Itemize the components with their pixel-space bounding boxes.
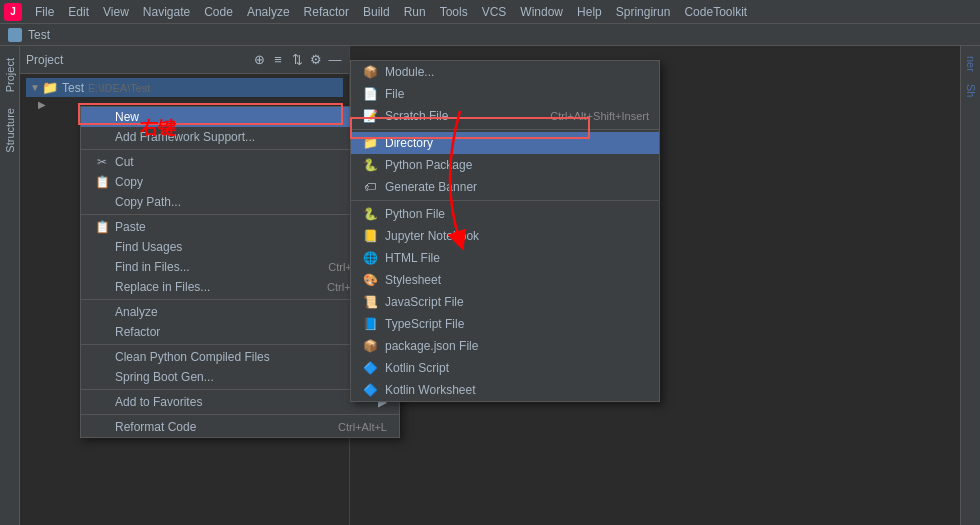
submenu-item-stylesheet[interactable]: 🎨 Stylesheet (351, 269, 659, 291)
submenu-icon-python-file: 🐍 (361, 206, 379, 222)
submenu-item-jupyter[interactable]: 📒 Jupyter Notebook (351, 225, 659, 247)
submenu-item-python-file[interactable]: 🐍 Python File (351, 203, 659, 225)
menu-view[interactable]: View (96, 3, 136, 21)
toolbar-icon-locate[interactable]: ⊕ (251, 52, 267, 68)
right-edge-label-ner: ner (963, 50, 979, 78)
menu-codetoolkit[interactable]: CodeToolkit (677, 3, 754, 21)
ctx-shortcut-reformat-code: Ctrl+Alt+L (338, 421, 387, 433)
menu-tools[interactable]: Tools (433, 3, 475, 21)
menu-navigate[interactable]: Navigate (136, 3, 197, 21)
submenu-icon-scratch-file: 📝 (361, 108, 379, 124)
submenu-icon-python-package: 🐍 (361, 157, 379, 173)
submenu-icon-js-file: 📜 (361, 294, 379, 310)
menu-help[interactable]: Help (570, 3, 609, 21)
submenu-item-ts-file[interactable]: 📘 TypeScript File (351, 313, 659, 335)
submenu-label-kotlin-script: Kotlin Script (385, 361, 449, 375)
ctx-label-paste: Paste (115, 220, 146, 234)
submenu-item-kotlin-worksheet[interactable]: 🔷 Kotlin Worksheet (351, 379, 659, 401)
menu-window[interactable]: Window (513, 3, 570, 21)
right-edge-label-sh: Sh (963, 78, 979, 103)
submenu-item-scratch-file[interactable]: 📝 Scratch File Ctrl+Alt+Shift+Insert (351, 105, 659, 127)
submenu-label-scratch-file: Scratch File (385, 109, 448, 123)
project-panel-header: Project ⊕ ≡ ⇅ ⚙ — (20, 46, 349, 74)
folder-icon-test: 📁 (42, 80, 58, 95)
submenu-item-html-file[interactable]: 🌐 HTML File (351, 247, 659, 269)
menu-springirun[interactable]: Springirun (609, 3, 678, 21)
submenu-icon-stylesheet: 🎨 (361, 272, 379, 288)
toolbar-icon-sort[interactable]: ⇅ (289, 52, 305, 68)
ctx-item-reformat-code[interactable]: Reformat Code Ctrl+Alt+L (81, 417, 399, 437)
tree-arrow-inner: ▶ (38, 99, 48, 110)
project-icon (8, 28, 22, 42)
submenu-item-kotlin-script[interactable]: 🔷 Kotlin Script (351, 357, 659, 379)
ctx-label-clean-python: Clean Python Compiled Files (115, 350, 270, 364)
submenu-label-kotlin-worksheet: Kotlin Worksheet (385, 383, 476, 397)
project-panel: Project ⊕ ≡ ⇅ ⚙ — ▼ 📁 Test E:\IDEA\Test … (20, 46, 350, 525)
submenu-label-module: Module... (385, 65, 434, 79)
content-area: 📦 Module... 📄 File 📝 Scratch File Ctrl+A… (350, 46, 980, 525)
ctx-separator-6 (81, 414, 399, 415)
toolbar-icon-expand[interactable]: ≡ (270, 52, 286, 68)
submenu-separator-1 (351, 129, 659, 130)
ctx-label-spring-boot: Spring Boot Gen... (115, 370, 214, 384)
submenu-icon-kotlin-worksheet: 🔷 (361, 382, 379, 398)
menu-build[interactable]: Build (356, 3, 397, 21)
ctx-label-refactor: Refactor (115, 325, 160, 339)
toolbar-icon-minimize[interactable]: — (327, 52, 343, 68)
menu-file[interactable]: File (28, 3, 61, 21)
menu-refactor[interactable]: Refactor (297, 3, 356, 21)
submenu-label-python-file: Python File (385, 207, 445, 221)
submenu-label-html-file: HTML File (385, 251, 440, 265)
ctx-label-reformat-code: Reformat Code (115, 420, 196, 434)
submenu-shortcut-scratch-file: Ctrl+Alt+Shift+Insert (550, 110, 649, 122)
main-layout: Project Structure Project ⊕ ≡ ⇅ ⚙ — ▼ 📁 … (0, 46, 980, 525)
submenu-item-js-file[interactable]: 📜 JavaScript File (351, 291, 659, 313)
side-tabs-left: Project Structure (0, 46, 20, 525)
menu-analyze[interactable]: Analyze (240, 3, 297, 21)
submenu-label-stylesheet: Stylesheet (385, 273, 441, 287)
ctx-icon-copy: 📋 (93, 175, 111, 189)
submenu-icon-html-file: 🌐 (361, 250, 379, 266)
ctx-label-cut: Cut (115, 155, 134, 169)
submenu-label-generate-banner: Generate Banner (385, 180, 477, 194)
ctx-label-find-in-files: Find in Files... (115, 260, 190, 274)
side-tab-project[interactable]: Project (1, 50, 19, 100)
submenu-label-ts-file: TypeScript File (385, 317, 464, 331)
submenu-item-file[interactable]: 📄 File (351, 83, 659, 105)
app-logo: J (4, 3, 22, 21)
tree-label-test: Test (62, 81, 84, 95)
ctx-icon-paste: 📋 (93, 220, 111, 234)
submenu-new: 📦 Module... 📄 File 📝 Scratch File Ctrl+A… (350, 60, 660, 402)
submenu-item-module[interactable]: 📦 Module... (351, 61, 659, 83)
submenu-label-package-json: package.json File (385, 339, 478, 353)
ctx-icon-cut: ✂ (93, 155, 111, 169)
submenu-separator-2 (351, 200, 659, 201)
menu-code[interactable]: Code (197, 3, 240, 21)
tree-row-test[interactable]: ▼ 📁 Test E:\IDEA\Test (26, 78, 343, 97)
tree-path-test: E:\IDEA\Test (88, 82, 150, 94)
submenu-label-python-package: Python Package (385, 158, 472, 172)
submenu-icon-jupyter: 📒 (361, 228, 379, 244)
submenu-icon-directory: 📁 (361, 135, 379, 151)
submenu-label-file: File (385, 87, 404, 101)
ctx-label-analyze: Analyze (115, 305, 158, 319)
submenu-icon-module: 📦 (361, 64, 379, 80)
menu-run[interactable]: Run (397, 3, 433, 21)
submenu-icon-generate-banner: 🏷 (361, 179, 379, 195)
submenu-item-directory[interactable]: 📁 Directory (351, 132, 659, 154)
submenu-item-python-package[interactable]: 🐍 Python Package (351, 154, 659, 176)
ctx-label-add-favorites: Add to Favorites (115, 395, 202, 409)
submenu-item-generate-banner[interactable]: 🏷 Generate Banner (351, 176, 659, 198)
side-tab-structure[interactable]: Structure (1, 100, 19, 161)
ctx-label-find-usages: Find Usages (115, 240, 182, 254)
submenu-icon-ts-file: 📘 (361, 316, 379, 332)
menu-edit[interactable]: Edit (61, 3, 96, 21)
submenu-label-directory: Directory (385, 136, 433, 150)
ctx-label-new: New (115, 110, 139, 124)
ctx-label-replace-in-files: Replace in Files... (115, 280, 210, 294)
submenu-item-package-json[interactable]: 📦 package.json File (351, 335, 659, 357)
right-edge-panel: ner Sh (960, 46, 980, 525)
menu-vcs[interactable]: VCS (475, 3, 514, 21)
project-title: Test (28, 28, 50, 42)
toolbar-icon-settings[interactable]: ⚙ (308, 52, 324, 68)
